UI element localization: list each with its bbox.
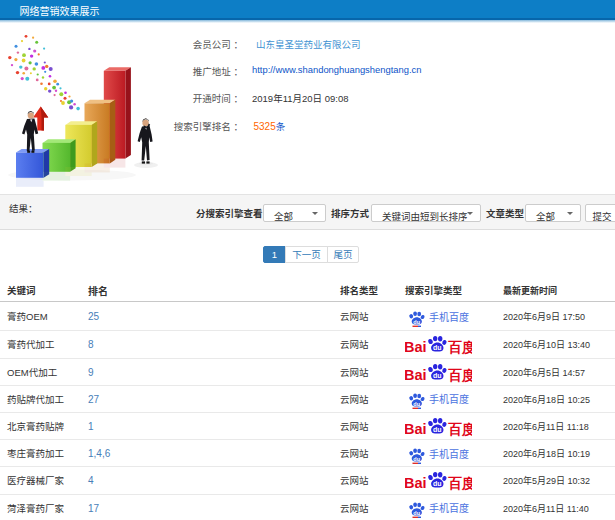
svg-text:百度: 百度 [448,368,473,383]
svg-text:du: du [413,318,420,324]
svg-text:du: du [433,426,442,433]
svg-text:百度: 百度 [448,340,473,355]
svg-text:Bai: Bai [405,421,427,437]
svg-text:du: du [413,401,420,407]
svg-text:du: du [413,510,420,516]
svg-text:百度: 百度 [448,476,473,491]
svg-text:du: du [433,481,442,488]
svg-text:Bai: Bai [405,475,427,491]
svg-text:Bai: Bai [405,339,427,355]
svg-text:du: du [433,345,442,352]
svg-text:du: du [413,455,420,461]
svg-text:du: du [433,372,442,379]
svg-text:Bai: Bai [405,367,427,383]
svg-text:百度: 百度 [448,422,473,437]
